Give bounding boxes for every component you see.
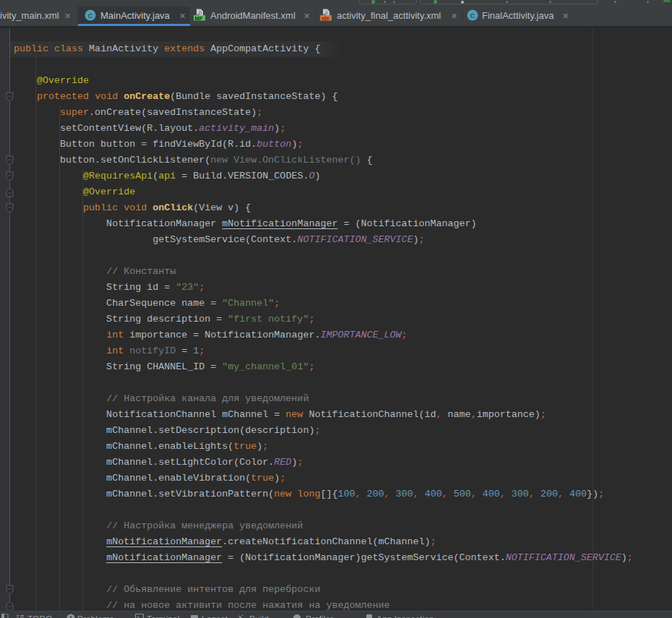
svg-text:</>: </> — [322, 16, 329, 21]
svg-text:MF: MF — [195, 15, 203, 22]
svg-text:C: C — [88, 12, 93, 20]
svg-text:C: C — [470, 12, 475, 20]
